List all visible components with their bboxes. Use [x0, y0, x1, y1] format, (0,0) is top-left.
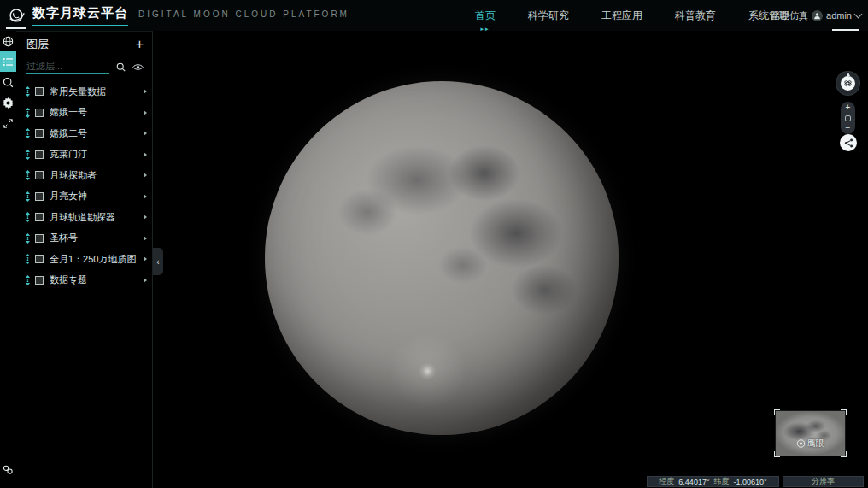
layer-checkbox[interactable]	[35, 234, 44, 243]
layer-label: 月亮女神	[50, 190, 140, 203]
compass-north-marker	[847, 73, 850, 76]
drag-handle-icon[interactable]	[24, 108, 31, 118]
latitude-label: 纬度	[714, 476, 730, 487]
drag-handle-icon[interactable]	[24, 86, 31, 97]
chevron-right-icon[interactable]	[144, 152, 147, 157]
moon-globe[interactable]	[265, 81, 619, 435]
main-nav: 首页 ▸▸ 科学研究 工程应用 科普教育	[473, 0, 791, 31]
nav-item[interactable]: 首页 ▸▸	[473, 5, 497, 26]
eye-icon[interactable]	[132, 63, 144, 71]
page-title: 数字月球云平台	[32, 5, 128, 26]
layer-row[interactable]: 数据专题	[16, 270, 152, 291]
link-icon[interactable]	[0, 459, 16, 479]
search-icon[interactable]	[116, 62, 126, 72]
minimap-corner	[774, 409, 780, 415]
chevron-right-icon[interactable]	[144, 194, 147, 199]
layer-checkbox[interactable]	[35, 171, 44, 179]
layer-row[interactable]: 全月1：250万地质图	[16, 249, 152, 270]
longitude-label: 经度	[659, 476, 674, 487]
globe-viewport[interactable]	[154, 31, 868, 488]
layer-checkbox[interactable]	[35, 129, 44, 138]
drag-handle-icon[interactable]	[24, 254, 31, 264]
compass-gyro-icon	[841, 76, 855, 91]
resolution-label: 分辨率	[812, 476, 835, 487]
active-nav-indicator: ▸▸	[480, 26, 490, 32]
drag-handle-icon[interactable]	[24, 150, 31, 160]
drag-handle-icon[interactable]	[24, 191, 31, 202]
layer-checkbox[interactable]	[35, 192, 44, 201]
drag-handle-icon[interactable]	[24, 212, 31, 222]
coordinates-readout: 经度 6.44017° 纬度 -1.00610°	[647, 476, 779, 487]
layers-panel-title: 图层	[26, 37, 49, 52]
minimap-label: 鹰眼	[796, 438, 824, 450]
layer-filter-input[interactable]	[26, 59, 109, 74]
layer-checkbox[interactable]	[35, 150, 44, 159]
chevron-right-icon[interactable]	[144, 215, 147, 220]
eagle-eye-icon	[796, 439, 805, 448]
layer-label: 月球探勘者	[50, 169, 140, 182]
sidebar-collapse-button[interactable]: ‹	[153, 248, 163, 275]
overview-minimap[interactable]: 鹰眼	[776, 411, 845, 456]
layer-label: 常用矢量数据	[50, 85, 140, 98]
layer-row[interactable]: 常用矢量数据	[16, 81, 152, 103]
globe-icon[interactable]	[0, 31, 16, 51]
nav-item[interactable]: 科普教育	[673, 5, 718, 26]
user-menu[interactable]: 踏勘仿真 admin	[771, 0, 861, 31]
chevron-right-icon[interactable]	[144, 110, 147, 115]
drag-handle-icon[interactable]	[24, 128, 31, 138]
drag-handle-icon[interactable]	[24, 275, 31, 285]
layer-checkbox[interactable]	[35, 213, 44, 221]
zoom-control: + −	[841, 102, 855, 134]
brand: 数字月球云平台 DIGITAL MOON CLOUD PLATFORM	[32, 5, 349, 26]
layer-checkbox[interactable]	[35, 276, 44, 285]
zoom-in-button[interactable]: +	[846, 104, 851, 111]
layer-label: 月球轨道勘探器	[50, 211, 140, 224]
layers-panel: 图层 + 常用矢量数据	[16, 31, 153, 488]
chevron-right-icon[interactable]	[144, 131, 147, 136]
gear-icon[interactable]	[0, 92, 16, 113]
latitude-value: -1.00610°	[734, 478, 767, 486]
nav-item[interactable]: 工程应用	[600, 5, 644, 26]
chevron-right-icon[interactable]	[144, 256, 147, 262]
chevron-right-icon[interactable]	[144, 173, 147, 178]
layer-row[interactable]: 月球探勘者	[16, 165, 152, 186]
drag-handle-icon[interactable]	[24, 233, 31, 244]
layer-row[interactable]: 克莱门汀	[16, 144, 152, 166]
layer-row[interactable]: 月亮女神	[16, 186, 152, 208]
zoom-out-button[interactable]: −	[846, 125, 851, 132]
layer-label: 数据专题	[50, 273, 140, 286]
layer-label: 全月1：250万地质图	[50, 253, 140, 266]
layer-label: 克莱门汀	[50, 148, 140, 161]
nav-item[interactable]: 科学研究	[526, 5, 571, 26]
minimap-corner	[774, 451, 780, 457]
chevron-right-icon[interactable]	[144, 278, 147, 283]
layer-list: 常用矢量数据 嫦娥一号 嫦娥二号	[16, 81, 152, 291]
search-globe-icon[interactable]	[0, 72, 16, 92]
username-label: admin	[826, 10, 852, 21]
layer-checkbox[interactable]	[35, 255, 44, 263]
layer-row[interactable]: 月球轨道勘探器	[16, 207, 152, 228]
drag-handle-icon[interactable]	[24, 170, 31, 180]
chevron-left-icon: ‹	[156, 257, 159, 267]
layer-checkbox[interactable]	[35, 87, 44, 96]
layer-checkbox[interactable]	[35, 109, 44, 117]
minimap-corner	[841, 409, 847, 415]
app-logo	[0, 0, 32, 31]
fullscreen-icon[interactable]	[0, 113, 16, 133]
user-role-label: 踏勘仿真	[771, 9, 808, 22]
add-layer-button[interactable]: +	[136, 38, 144, 50]
chevron-right-icon[interactable]	[144, 89, 147, 94]
chevron-right-icon[interactable]	[144, 236, 147, 241]
layer-row[interactable]: 嫦娥一号	[16, 103, 152, 124]
zoom-reset-button[interactable]	[845, 115, 851, 121]
avatar	[812, 10, 823, 21]
layer-label: 圣杯号	[50, 232, 140, 244]
resolution-readout: 分辨率	[783, 476, 864, 487]
layers-panel-header: 图层 +	[16, 32, 152, 54]
layer-row[interactable]: 圣杯号	[16, 228, 152, 250]
share-icon	[844, 138, 853, 148]
layer-row[interactable]: 嫦娥二号	[16, 123, 152, 144]
layer-list-icon[interactable]	[0, 51, 16, 72]
share-button[interactable]	[840, 134, 857, 151]
compass-control[interactable]	[836, 72, 859, 95]
